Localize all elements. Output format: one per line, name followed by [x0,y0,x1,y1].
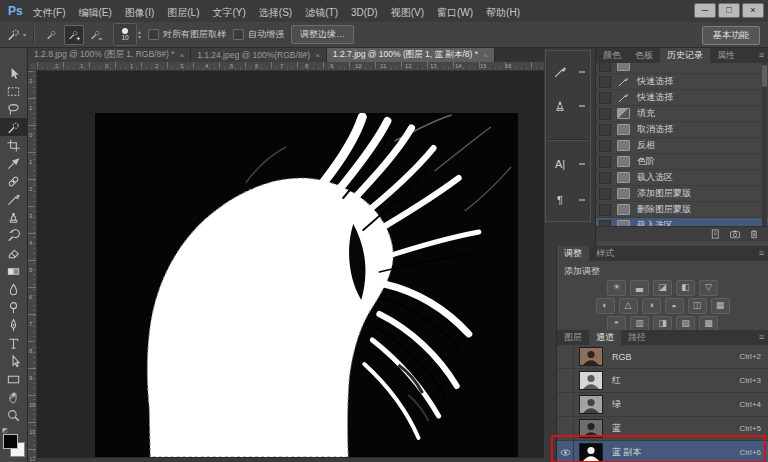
channels-tab-1[interactable]: 通道 [589,330,621,345]
adjustments-tab-0[interactable]: 调整 [557,246,589,261]
panel-menu-icon[interactable]: ≡ [759,330,764,345]
menu-item-1[interactable]: 编辑(E) [78,7,111,18]
history-item[interactable]: 添加图层蒙版 [596,186,768,202]
levels-icon[interactable]: ▃ [630,280,649,296]
history-item[interactable]: 取消选择 [596,122,768,138]
auto-enhance-checkbox[interactable] [233,29,244,40]
channel-row[interactable]: RGBCtrl+2 [557,345,768,369]
history-item[interactable]: 快速选择 [596,90,768,106]
rectangle-tool[interactable] [0,370,27,388]
menu-item-10[interactable]: 帮助(H) [486,7,520,18]
rectangular-marquee-tool[interactable] [0,82,27,100]
history-item[interactable]: 快速选择 [596,74,768,90]
history-brush-tool[interactable] [0,226,27,244]
history-source-well[interactable] [599,156,611,168]
channels-tab-2[interactable]: 路径 [621,330,653,345]
brush-tool[interactable] [0,190,27,208]
minimize-button[interactable]: ─ [694,3,716,18]
visibility-well[interactable] [557,417,574,440]
history-item[interactable]: 填充 [596,106,768,122]
history-source-well[interactable] [599,172,611,184]
default-colors-icon[interactable]: ◩ [2,426,8,433]
lasso-tool[interactable] [0,100,27,118]
menu-item-4[interactable]: 文字(Y) [213,7,246,18]
history-source-well[interactable] [599,220,611,227]
clone-stamp-tool[interactable] [0,208,27,226]
delete-state-icon[interactable] [748,228,760,240]
workspace-switcher-button[interactable]: 基本功能 [702,26,760,45]
channels-tab-0[interactable]: 图层 [557,330,589,345]
menu-item-7[interactable]: 3D(D) [351,7,378,18]
history-source-well[interactable] [599,140,611,152]
add-to-selection-button[interactable] [64,25,84,45]
panel-expand-handle[interactable] [579,105,585,107]
history-item[interactable]: 反相 [596,138,768,154]
tab-close-icon[interactable]: × [179,51,184,60]
document-tab-2[interactable]: 1.2.7.jpg @ 100% (图层 1, 蓝 副本/8) *× [327,48,495,62]
color-balance-icon[interactable]: △ [619,298,638,314]
canvas-area[interactable] [37,71,544,457]
gradient-tool[interactable] [0,262,27,280]
history-source-well[interactable] [599,76,611,88]
eyedropper-tool[interactable] [0,154,27,172]
auto-enhance-option[interactable]: 自动增强 [233,28,284,41]
channel-row[interactable]: 绿Ctrl+4 [557,393,768,417]
menu-item-5[interactable]: 选择(S) [259,7,292,18]
subtract-from-selection-button[interactable] [86,25,106,45]
sample-all-layers-option[interactable]: 对所有图层取样 [148,28,226,41]
maximize-button[interactable]: □ [718,3,740,18]
color-lookup-icon[interactable]: ▦ [711,298,730,314]
panel-expand-handle[interactable] [579,163,585,165]
character-panel-button[interactable]: A| [546,151,590,177]
document-tab-0[interactable]: 1.2.8.jpg @ 100% (图层 1, RGB/8#) *× [28,48,191,62]
path-selection-tool[interactable] [0,352,27,370]
history-item[interactable]: 载入选区 [596,170,768,186]
black-white-icon[interactable]: ◑ [642,298,661,314]
close-button[interactable]: × [742,3,764,18]
history-scrollbar[interactable] [762,63,767,226]
document-tab-1[interactable]: 1.1.24.jpeg @ 100%(RGB/8#)× [191,48,327,62]
eraser-tool[interactable] [0,244,27,262]
brightness-contrast-icon[interactable]: ☀ [607,280,626,296]
visibility-well[interactable] [557,393,574,416]
zoom-tool[interactable] [0,406,27,424]
visibility-well[interactable] [557,369,574,392]
sample-all-layers-checkbox[interactable] [148,29,159,40]
channel-row[interactable]: 蓝Ctrl+5 [557,417,768,441]
clone-source-button[interactable] [546,93,590,119]
adjustments-tab-1[interactable]: 样式 [589,246,621,261]
eye-icon[interactable] [557,441,574,462]
type-tool[interactable] [0,334,27,352]
history-tab-3[interactable]: 属性 [710,48,742,63]
menu-item-2[interactable]: 图像(I) [125,7,154,18]
panel-expand-handle[interactable] [579,71,585,73]
history-item[interactable]: 删除图层蒙版 [596,202,768,218]
history-tab-2[interactable]: 历史记录 [660,48,710,63]
new-snapshot-icon[interactable] [729,228,741,240]
document-canvas[interactable] [95,113,518,457]
hand-tool[interactable] [0,388,27,406]
new-selection-button[interactable] [42,25,62,45]
panel-expand-handle[interactable] [579,199,585,201]
crop-tool[interactable] [0,136,27,154]
move-tool[interactable] [0,64,27,82]
brush-presets-button[interactable] [546,59,590,85]
history-source-well[interactable] [599,92,611,104]
vibrance-icon[interactable]: ▽ [699,280,718,296]
brush-size-picker[interactable]: 10 [113,23,137,46]
channel-row[interactable]: 红Ctrl+3 [557,369,768,393]
history-source-well[interactable] [599,124,611,136]
panel-menu-icon[interactable]: ≡ [759,48,764,63]
photo-filter-icon[interactable]: ◒ [665,298,684,314]
history-source-well[interactable] [599,108,611,120]
quick-selection-tool[interactable] [0,118,27,136]
curves-icon[interactable]: ◪ [653,280,672,296]
history-tab-1[interactable]: 色板 [628,48,660,63]
history-source-well[interactable] [599,63,611,72]
exposure-icon[interactable]: ◧ [676,280,695,296]
menu-item-3[interactable]: 图层(L) [167,7,199,18]
history-tab-0[interactable]: 颜色 [596,48,628,63]
history-source-well[interactable] [599,188,611,200]
refine-edge-button[interactable]: 调整边缘… [291,25,354,44]
brush-size-spinner[interactable]: ▴▾ [138,30,141,40]
